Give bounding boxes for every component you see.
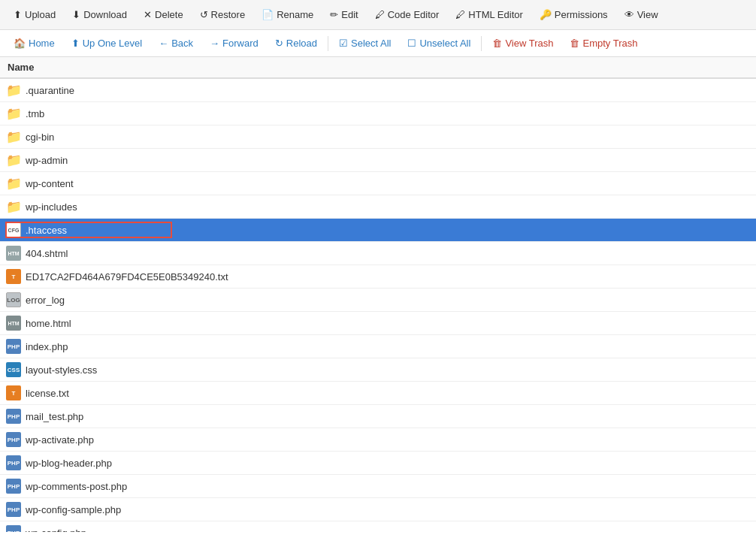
file-name-cell: PHPmail_test.php	[6, 409, 750, 424]
permissions-button[interactable]: 🔑 Permissions	[532, 5, 615, 25]
empty-trash-button[interactable]: 🗑 Empty Trash	[562, 33, 645, 53]
table-row[interactable]: 📁.quarantine	[0, 78, 756, 102]
file-name-cell: Tlicense.txt	[6, 385, 750, 400]
file-name-cell: TED17CA2FD464A679FD4CE5E0B5349240.txt	[6, 269, 750, 284]
up-one-level-button[interactable]: ⬆ Up One Level	[64, 33, 150, 53]
view-trash-icon: 🗑	[492, 38, 502, 49]
table-row[interactable]: HTMhome.html	[0, 312, 756, 335]
up-icon: ⬆	[71, 38, 80, 49]
rename-icon: 📄	[262, 9, 274, 20]
table-row[interactable]: 📁wp-includes	[0, 195, 756, 219]
file-name: 404.shtml	[26, 248, 68, 259]
file-table: Name 📁.quarantine📁.tmb📁cgi-bin📁wp-admin📁…	[0, 57, 756, 532]
table-row[interactable]: 📁wp-admin	[0, 149, 756, 172]
txt-icon: T	[6, 385, 21, 400]
table-row[interactable]: CSSlayout-styles.css	[0, 358, 756, 382]
table-row[interactable]: TED17CA2FD464A679FD4CE5E0B5349240.txt	[0, 265, 756, 289]
file-name: wp-config.php	[26, 527, 86, 533]
file-listing-container: Name 📁.quarantine📁.tmb📁cgi-bin📁wp-admin📁…	[0, 57, 756, 532]
file-name: license.txt	[26, 388, 69, 399]
file-name: wp-activate.php	[26, 434, 94, 446]
file-name: wp-comments-post.php	[26, 481, 127, 492]
reload-button[interactable]: ↻ Reload	[268, 33, 325, 53]
css-icon: CSS	[6, 362, 21, 377]
table-row[interactable]: HTM404.shtml	[0, 242, 756, 265]
permissions-icon: 🔑	[540, 9, 552, 20]
html-editor-button[interactable]: 🖊 HTML Editor	[448, 5, 530, 25]
table-row[interactable]: PHPmail_test.php	[0, 405, 756, 428]
file-name: layout-styles.css	[26, 364, 97, 376]
table-row[interactable]: PHPwp-blog-header.php	[0, 452, 756, 475]
forward-button[interactable]: → Forward	[202, 33, 266, 53]
php-icon: PHP	[6, 432, 21, 447]
restore-button[interactable]: ↺ Restore	[192, 5, 253, 25]
file-name: mail_test.php	[26, 411, 83, 422]
view-button[interactable]: 👁 View	[617, 5, 666, 25]
unselect-all-icon: ☐	[407, 38, 416, 49]
home-button[interactable]: 🏠 Home	[6, 33, 62, 53]
download-icon: ⬇	[72, 9, 80, 20]
unselect-all-button[interactable]: ☐ Unselect All	[400, 33, 478, 53]
table-row[interactable]: PHPwp-comments-post.php	[0, 475, 756, 498]
edit-button[interactable]: ✏ Edit	[322, 5, 365, 25]
home-icon: 🏠	[14, 38, 26, 49]
main-toolbar: ⬆ Upload ⬇ Download ✕ Delete ↺ Restore 📄…	[0, 0, 756, 30]
file-name-cell: 📁.tmb	[6, 106, 750, 121]
file-name: wp-includes	[26, 201, 77, 213]
file-name-cell: PHPwp-blog-header.php	[6, 455, 750, 470]
back-button[interactable]: ← Back	[151, 33, 201, 53]
file-name-cell: CSSlayout-styles.css	[6, 362, 750, 377]
file-name: home.html	[26, 318, 71, 329]
upload-button[interactable]: ⬆ Upload	[6, 5, 63, 25]
shtml-icon: HTM	[6, 246, 21, 261]
file-name-cell: 📁.quarantine	[6, 83, 750, 98]
php-icon: PHP	[6, 525, 21, 532]
table-row[interactable]: PHPwp-config-sample.php	[0, 498, 756, 521]
html-editor-icon: 🖊	[455, 9, 465, 20]
file-name: .htaccess	[26, 225, 67, 236]
file-name: error_log	[26, 295, 65, 306]
file-name-cell: PHPwp-config.php	[6, 525, 750, 532]
file-name: wp-admin	[26, 155, 68, 166]
download-button[interactable]: ⬇ Download	[65, 5, 135, 25]
code-editor-button[interactable]: 🖊 Code Editor	[367, 5, 447, 25]
file-name: wp-config-sample.php	[26, 504, 121, 515]
file-name: wp-blog-header.php	[26, 458, 112, 469]
select-all-icon: ☑	[339, 38, 348, 49]
txt-icon: T	[6, 269, 21, 284]
htaccess-icon: CFG	[6, 222, 21, 237]
edit-icon: ✏	[330, 9, 338, 20]
upload-icon: ⬆	[14, 9, 22, 20]
table-row[interactable]: LOGerror_log	[0, 289, 756, 312]
table-row[interactable]: Tlicense.txt	[0, 382, 756, 405]
file-name: .tmb	[26, 108, 44, 119]
table-row[interactable]: 📁wp-content	[0, 172, 756, 195]
nav-divider-2	[481, 36, 482, 51]
rename-button[interactable]: 📄 Rename	[254, 5, 321, 25]
delete-icon: ✕	[144, 9, 152, 20]
folder-icon: 📁	[6, 106, 21, 121]
table-row[interactable]: CFG.htaccess	[0, 219, 756, 242]
navigation-bar: 🏠 Home ⬆ Up One Level ← Back → Forward ↻…	[0, 30, 756, 57]
table-row[interactable]: 📁cgi-bin	[0, 125, 756, 149]
file-name-cell: PHPwp-config-sample.php	[6, 502, 750, 517]
log-icon: LOG	[6, 292, 21, 307]
folder-icon: 📁	[6, 153, 21, 168]
file-name-cell: LOGerror_log	[6, 292, 750, 307]
delete-button[interactable]: ✕ Delete	[136, 5, 191, 25]
php-icon: PHP	[6, 409, 21, 424]
back-icon: ←	[159, 38, 168, 49]
table-row[interactable]: PHPwp-activate.php	[0, 428, 756, 452]
view-trash-button[interactable]: 🗑 View Trash	[485, 33, 561, 53]
table-row[interactable]: PHPindex.php	[0, 335, 756, 358]
code-editor-icon: 🖊	[375, 9, 385, 20]
file-name-cell: HTMhome.html	[6, 316, 750, 331]
select-all-button[interactable]: ☑ Select All	[331, 33, 398, 53]
file-name: index.php	[26, 341, 68, 352]
nav-divider-1	[328, 36, 328, 51]
file-name-cell: PHPwp-comments-post.php	[6, 479, 750, 494]
file-name-cell: 📁wp-content	[6, 176, 750, 191]
folder-icon: 📁	[6, 83, 21, 98]
table-row[interactable]: 📁.tmb	[0, 102, 756, 125]
table-row[interactable]: PHPwp-config.php	[0, 521, 756, 533]
